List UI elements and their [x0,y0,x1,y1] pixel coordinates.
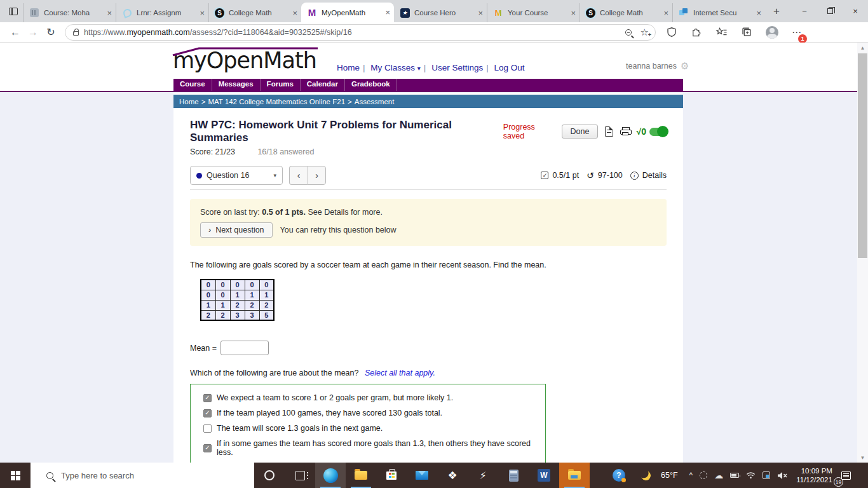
question-status-dot [196,173,202,179]
taskbar-dropbox[interactable]: ❖ [437,463,468,488]
tab-course-hero[interactable]: ★ Course Hero × [394,3,487,22]
scroll-up-arrow[interactable]: ▲ [857,43,868,53]
tab-your-course[interactable]: M Your Course × [487,3,580,22]
menu-calendar[interactable]: Calendar [301,79,345,91]
new-tab-button[interactable]: + [768,3,785,20]
question-select[interactable]: Question 16 ▾ [190,166,283,185]
menu-course[interactable]: Course [173,79,212,91]
close-tab-icon[interactable]: × [385,8,390,17]
profile-avatar[interactable] [766,26,778,39]
task-view-button[interactable] [285,463,315,488]
taskbar-bolt-app[interactable]: ⚡ [468,463,498,488]
taskbar-clock[interactable]: 10:09 PM 11/12/2021 [796,466,832,484]
question-prompt: The following are goals scored by a socc… [190,261,667,269]
taskbar-folder-active[interactable] [559,463,590,488]
done-button[interactable]: Done [562,125,599,139]
minimize-button[interactable]: − [792,0,817,22]
favorites-icon[interactable] [715,27,728,38]
math-entry-toggle[interactable] [649,128,667,136]
weather-temperature[interactable]: 65°F [661,471,678,480]
tray-snip-icon[interactable] [763,471,770,479]
breadcrumb-home[interactable]: Home [179,98,199,105]
menu-forums[interactable]: Forums [261,79,301,91]
nav-my-classes[interactable]: My Classes ▾ [370,63,421,72]
document-icon[interactable] [605,126,613,137]
lock-icon[interactable] [73,31,79,36]
print-icon[interactable] [620,127,630,136]
tab-college-math-1[interactable]: S College Math × [208,3,301,22]
checkbox[interactable] [203,424,212,433]
extension-icon[interactable] [691,27,702,38]
tab-workspaces-button[interactable] [5,3,22,20]
start-button[interactable] [0,463,31,488]
refresh-button[interactable]: ↻ [42,24,60,41]
night-light[interactable] [634,463,657,488]
tray-person-icon[interactable] [700,471,707,479]
tab-internet-security[interactable]: Internet Secu × [672,3,765,22]
close-tab-icon[interactable]: × [200,9,205,17]
gear-icon[interactable]: ⚙ [681,60,689,72]
option-row[interactable]: If in some games the team has scored mor… [203,439,539,457]
goals-cell: 3 [245,310,259,320]
checkbox[interactable] [203,444,212,452]
prev-question-button[interactable]: ‹ [289,166,308,185]
checkbox[interactable] [203,394,212,402]
next-question-button[interactable]: › [308,166,326,185]
restore-button[interactable] [817,0,843,22]
taskbar-word[interactable]: W [529,463,559,488]
taskbar-search[interactable]: Type here to search [31,463,254,488]
nav-home[interactable]: Home [337,63,360,72]
menu-messages[interactable]: Messages [212,79,261,91]
details-link[interactable]: Details [642,171,667,180]
tab-course-moha[interactable]: Course: Moha × [23,3,116,22]
breadcrumb-course[interactable]: MAT 142 College Mathematics Online F21 [208,98,345,105]
file-explorer-icon [355,471,367,480]
tray-expand-icon[interactable]: ^ [689,471,693,480]
next-question-banner-button[interactable]: › Next question [200,222,273,238]
menu-gradebook[interactable]: Gradebook [345,79,397,91]
url-field[interactable]: https://www.myopenmath.com/assess2/?cid=… [65,24,656,41]
tab-lrnr[interactable]: Lrnr: Assignm × [116,3,208,22]
taskbar-store[interactable] [376,463,407,488]
back-button[interactable]: ← [6,24,24,41]
option-row[interactable]: We expect a team to score 1 or 2 goals p… [203,393,539,402]
scroll-down-arrow[interactable]: ▼ [857,452,868,463]
taskbar-edge[interactable] [315,463,346,488]
nav-log-out[interactable]: Log Out [494,63,524,72]
mean-input[interactable] [220,341,269,355]
taskbar-file-explorer[interactable] [346,463,376,488]
checkbox[interactable] [203,409,212,417]
close-tab-icon[interactable]: × [478,9,483,17]
taskbar-calculator[interactable] [498,463,529,488]
option-row[interactable]: If the team played 100 games, they have … [203,409,539,417]
zoom-out-icon[interactable] [625,29,632,36]
close-tab-icon[interactable]: × [756,9,761,17]
notification-badge: 1 [798,34,807,43]
tracking-shield-icon[interactable] [666,26,677,38]
forward-button[interactable]: → [24,24,42,41]
close-tab-icon[interactable]: × [107,9,112,17]
tray-battery-icon[interactable] [730,473,739,478]
add-favorite-icon[interactable]: ☆ [641,27,649,37]
cortana-button[interactable] [254,463,285,488]
close-window-button[interactable]: × [843,0,868,22]
tray-cloud-icon[interactable]: ☁ [714,470,723,480]
taskbar-get-help[interactable]: ? [604,463,634,488]
table-row: 00000 [201,280,274,290]
close-tab-icon[interactable]: × [571,9,576,17]
close-tab-icon[interactable]: × [292,9,297,17]
option-row[interactable]: The team will score 1.3 goals in the nex… [203,424,539,433]
nav-user-settings[interactable]: User Settings [431,63,483,72]
page-scrollbar[interactable]: ▲ ▼ [857,43,868,463]
close-tab-icon[interactable]: × [663,9,668,17]
tray-volume-muted-icon[interactable] [777,471,787,480]
tab-college-math-2[interactable]: S College Math × [580,3,672,22]
scrollbar-thumb[interactable] [858,53,867,258]
myopenmath-logo[interactable]: myOpenMath [173,48,316,73]
action-center-button[interactable]: 19 [832,463,860,488]
collections-icon[interactable] [741,27,752,38]
taskbar-mail[interactable] [407,463,437,488]
breadcrumb-assessment[interactable]: Assessment [355,98,395,105]
tray-wifi-icon[interactable] [746,471,756,479]
tab-myopenmath-active[interactable]: M MyOpenMath × [301,3,394,22]
